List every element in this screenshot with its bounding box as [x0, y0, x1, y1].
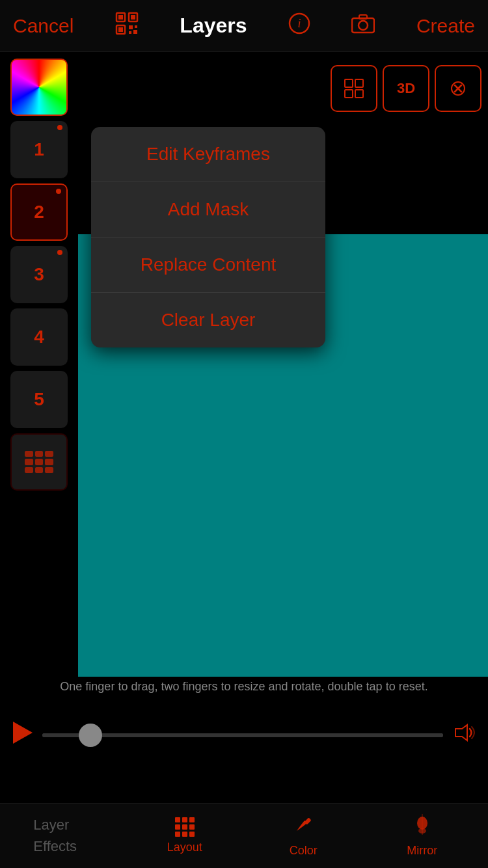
layer-number: 2 — [34, 202, 44, 223]
layer-thumb-4[interactable]: 4 — [10, 308, 68, 366]
svg-marker-22 — [13, 722, 33, 744]
layout-icon — [175, 817, 195, 837]
svg-rect-15 — [345, 79, 353, 87]
camera-icon[interactable] — [351, 13, 375, 38]
layer-thumb-film[interactable] — [10, 433, 68, 491]
layer-thumb-5[interactable]: 5 — [10, 371, 68, 428]
header: Cancel Layers i — [0, 0, 488, 52]
svg-rect-9 — [133, 30, 137, 34]
close-x-button[interactable] — [435, 65, 481, 112]
svg-rect-17 — [345, 90, 353, 98]
svg-rect-5 — [118, 27, 123, 32]
nav-label-color: Color — [290, 844, 318, 858]
clear-layer-item[interactable]: Clear Layer — [91, 293, 325, 347]
layer-thumb-1[interactable]: 1 — [10, 121, 68, 178]
svg-rect-14 — [359, 15, 367, 19]
svg-rect-1 — [118, 15, 123, 20]
info-icon[interactable]: i — [288, 12, 310, 39]
layer-dot — [57, 250, 62, 255]
nav-item-layer-effects[interactable]: Layer Effects — [33, 817, 98, 855]
playback-controls — [0, 716, 488, 755]
brush-icon — [293, 814, 314, 840]
slider-thumb[interactable] — [79, 724, 102, 747]
replace-content-item[interactable]: Replace Content — [91, 237, 325, 293]
layer-thumb-3[interactable]: 3 — [10, 246, 68, 303]
nav-label-mirror: Mirror — [407, 844, 437, 858]
svg-text:i: i — [297, 17, 301, 30]
svg-rect-27 — [422, 814, 423, 835]
volume-button[interactable] — [453, 722, 475, 749]
svg-rect-6 — [129, 25, 133, 29]
svg-rect-8 — [129, 31, 131, 34]
layer-number: 5 — [34, 389, 44, 410]
filmstrip-icon — [20, 446, 59, 478]
create-button[interactable]: Create — [416, 15, 475, 37]
layer-number: 3 — [34, 264, 44, 285]
nav-label-layout: Layout — [167, 841, 202, 854]
layer-number: 4 — [34, 327, 44, 347]
layout-grid-button[interactable] — [331, 65, 377, 112]
nav-label-effects: Effects — [33, 838, 77, 855]
page-title: Layers — [180, 14, 247, 38]
layer-number: 1 — [34, 139, 44, 160]
svg-rect-3 — [131, 15, 135, 20]
svg-rect-16 — [355, 79, 363, 87]
nav-label-layer: Layer — [33, 817, 69, 834]
play-button[interactable] — [13, 722, 33, 749]
toolbar-top: 3D — [331, 65, 481, 112]
layer-dot — [56, 189, 61, 194]
qr-icon[interactable] — [115, 12, 139, 40]
svg-rect-18 — [355, 90, 363, 98]
timeline-slider[interactable] — [42, 733, 443, 737]
layer-dot — [57, 125, 62, 130]
layer-thumb-color[interactable] — [10, 59, 68, 116]
bottom-nav: Layer Effects Layout Color Mirror — [0, 803, 488, 868]
svg-point-13 — [359, 21, 368, 30]
svg-marker-23 — [455, 725, 467, 740]
add-mask-item[interactable]: Add Mask — [91, 182, 325, 237]
3d-button[interactable]: 3D — [383, 65, 429, 112]
layer-thumb-2[interactable]: 2 — [10, 183, 68, 241]
header-left-icons — [115, 12, 139, 40]
context-menu: Edit Keyframes Add Mask Replace Content … — [91, 127, 325, 347]
cancel-button[interactable]: Cancel — [13, 15, 74, 37]
nav-item-layout[interactable]: Layout — [152, 817, 217, 854]
hint-text: One finger to drag, two fingers to resiz… — [0, 680, 488, 694]
slider-track — [42, 733, 443, 737]
nav-item-mirror[interactable]: Mirror — [390, 814, 455, 858]
svg-rect-7 — [135, 25, 137, 28]
mirror-icon — [412, 814, 433, 840]
nav-item-color[interactable]: Color — [271, 814, 336, 858]
edit-keyframes-item[interactable]: Edit Keyframes — [91, 127, 325, 182]
